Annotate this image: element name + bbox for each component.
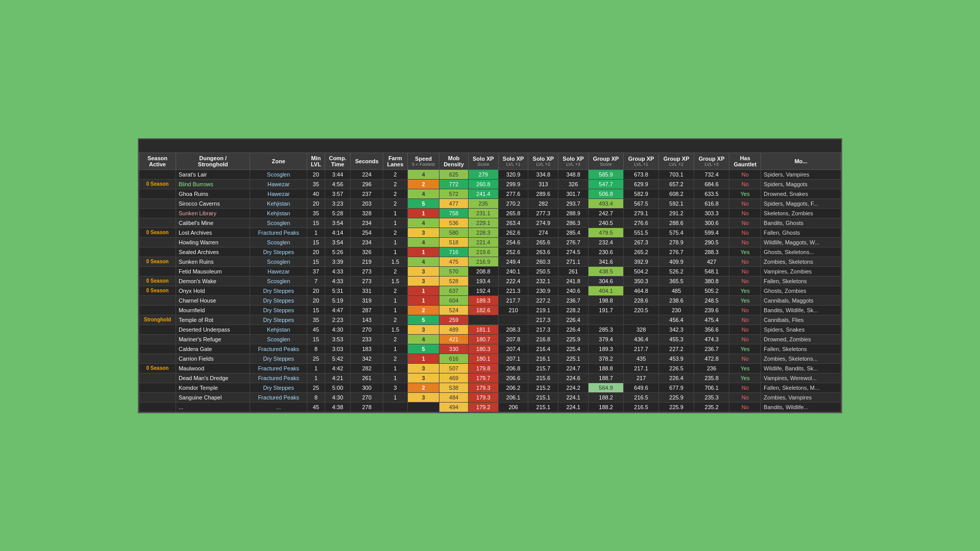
solo-2-cell: 289.6 [528,189,558,198]
gauntlet-cell: Yes [729,247,761,257]
group-2-cell: 526.2 [659,266,694,276]
solo-score-cell: 180.1 [468,354,498,363]
col-dungeon: Dungeon /Stronghold [176,153,250,169]
minlvl-cell: 1 [307,228,325,237]
group-2-cell: 608.2 [659,189,694,198]
group-score-cell: 585.9 [589,169,624,179]
group-3-cell: 235.8 [694,373,729,383]
farmlanes-cell: 1 [383,305,407,315]
speed-cell: 1 [407,295,439,305]
season-cell [139,305,176,315]
group-score-cell: 547.7 [589,179,624,189]
gauntlet-cell: No [729,169,761,179]
group-2-cell: 225.9 [659,392,694,402]
season-cell: 0 Season [139,363,176,373]
solo-1-cell: 222.4 [498,276,528,286]
dungeon-cell: Sealed Archives [176,247,250,257]
solo-3-cell: 236.7 [558,295,589,305]
mobs-cell: Cannibals, Flies [761,315,841,324]
comptime-cell: 4:33 [325,266,351,276]
header-section [139,139,841,153]
group-score-cell: 188.2 [589,392,624,402]
comptime-cell: 3:23 [325,198,351,208]
solo-score-cell: 179.8 [468,363,498,373]
group-3-cell: 288.3 [694,247,729,257]
solo-1-cell: 207.8 [498,334,528,344]
mobdensity-cell: 494 [439,402,469,412]
group-score-cell [589,315,624,324]
minlvl-cell: 1 [307,363,325,373]
dungeon-cell: Temple of Rot [176,315,250,324]
group-3-cell: 235.2 [694,402,729,412]
gauntlet-cell: No [729,383,761,392]
dungeon-cell: Mariner's Refuge [176,334,250,344]
comptime-cell: 4:47 [325,305,351,315]
col-mobs: Mo... [761,153,841,169]
group-1-cell: 217.7 [624,344,659,354]
seconds-cell: 183 [351,344,383,354]
zone-cell: Fractured Peaks [250,228,307,237]
dungeon-cell: Calibel's Mine [176,218,250,228]
mobs-cell: Fallen, Ghosts [761,228,841,237]
farmlanes-cell: 1 [383,208,407,218]
group-2-cell: 455.3 [659,334,694,344]
solo-2-cell: 216.4 [528,344,558,354]
comptime-cell: 4:42 [325,363,351,373]
group-score-cell: 285.3 [589,324,624,334]
group-1-cell: 220.5 [624,305,659,315]
speed-cell: 5 [407,198,439,208]
gauntlet-cell: Yes [729,344,761,354]
solo-score-cell: 231.1 [468,208,498,218]
speed-cell: 4 [407,237,439,247]
seconds-cell: 234 [351,218,383,228]
solo-3-cell: 301.7 [558,189,589,198]
seconds-cell: 237 [351,189,383,198]
mobs-cell: Cannibals, Maggots [761,295,841,305]
solo-1-cell: 206.1 [498,392,528,402]
solo-3-cell: 288.9 [558,208,589,218]
group-1-cell: 228.6 [624,295,659,305]
dungeon-cell: Fetid Mausoleum [176,266,250,276]
group-2-cell: 703.1 [659,169,694,179]
comptime-cell: 3:39 [325,257,351,266]
zone-cell: Dry Steppes [250,247,307,257]
group-1-cell: 504.2 [624,266,659,276]
mobs-cell: Ghosts, Zombies [761,286,841,295]
seconds-cell: 273 [351,276,383,286]
speed-cell: 2 [407,305,439,315]
dungeon-cell: Sirocco Caverns [176,198,250,208]
mobs-cell: Bandits, Wildlife, Sk... [761,305,841,315]
minlvl-cell: 25 [307,354,325,363]
zone-cell: Dry Steppes [250,383,307,392]
gauntlet-cell: No [729,402,761,412]
solo-3-cell: 326 [558,179,589,189]
group-score-cell: 188.8 [589,363,624,373]
season-cell [139,198,176,208]
speed-cell: 1 [407,286,439,295]
solo-3-cell: 225.1 [558,354,589,363]
mobdensity-cell: 421 [439,334,469,344]
zone-cell: Scosglen [250,169,307,179]
solo-3-cell: 224.2 [558,383,589,392]
solo-2-cell: 215.1 [528,392,558,402]
season-cell [139,295,176,305]
dungeon-cell: Blind Burrows [176,179,250,189]
mobdensity-cell: 469 [439,373,469,383]
zone-cell: ... [250,402,307,412]
gauntlet-cell: No [729,198,761,208]
solo-3-cell: 240.6 [558,286,589,295]
mobdensity-cell: 489 [439,324,469,334]
solo-2-cell: 313 [528,179,558,189]
mobdensity-cell: 330 [439,344,469,354]
season-cell [139,383,176,392]
solo-2-cell: 216.8 [528,334,558,344]
comptime-cell: 3:54 [325,218,351,228]
group-3-cell: 236.7 [694,344,729,354]
group-2-cell: 485 [659,286,694,295]
group-2-cell: 657.2 [659,179,694,189]
mobs-cell: Spiders, Maggots, F... [761,198,841,208]
farmlanes-cell [383,402,407,412]
comptime-cell: 3:53 [325,334,351,344]
mobdensity-cell: 572 [439,189,469,198]
speed-cell: 3 [407,276,439,286]
